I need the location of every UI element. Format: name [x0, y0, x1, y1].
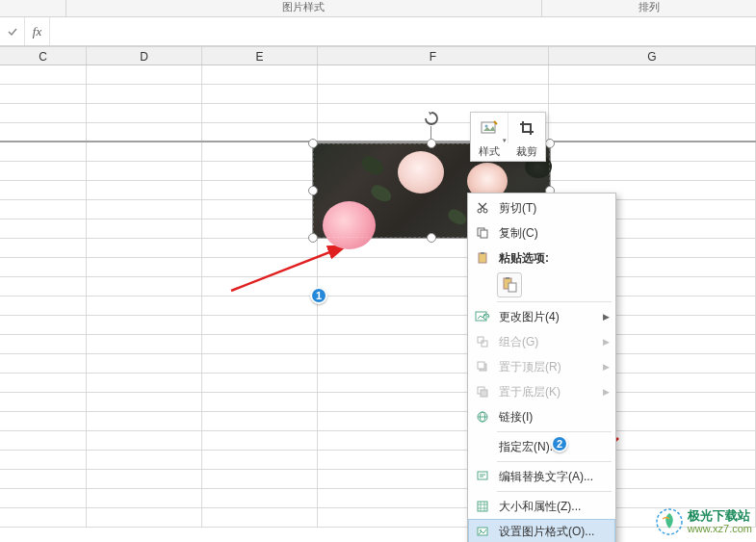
size-properties-icon — [472, 497, 493, 516]
group-icon — [472, 332, 493, 351]
picture-content — [398, 151, 444, 194]
crop-button[interactable] — [508, 113, 545, 143]
crop-label: 裁剪 — [508, 143, 546, 161]
resize-handle[interactable] — [308, 139, 318, 148]
annotation-badge-2: 2 — [551, 435, 568, 452]
watermark-logo-icon — [655, 507, 684, 536]
picture-content — [323, 201, 376, 249]
col-header-g[interactable]: G — [549, 47, 756, 65]
resize-handle[interactable] — [427, 233, 436, 243]
link-icon — [472, 407, 493, 426]
paste-option-button[interactable] — [497, 272, 522, 297]
submenu-arrow-icon: ▶ — [603, 337, 610, 347]
resize-handle[interactable] — [545, 139, 555, 148]
spreadsheet-grid[interactable] — [0, 65, 756, 542]
menu-format-picture[interactable]: 设置图片格式(O)... — [468, 519, 615, 542]
submenu-arrow-icon: ▶ — [603, 312, 610, 322]
menu-link[interactable]: 链接(I) — [468, 404, 615, 429]
svg-rect-13 — [482, 341, 487, 347]
col-header-d[interactable]: D — [87, 47, 202, 65]
submenu-arrow-icon: ▶ — [603, 362, 610, 372]
rotate-connector — [430, 126, 431, 139]
svg-point-2 — [478, 209, 482, 213]
ribbon-section-picture-styles: 图片样式 — [67, 0, 539, 14]
formula-input[interactable] — [50, 17, 756, 45]
menu-cut[interactable]: 剪切(T) — [468, 195, 615, 220]
style-button[interactable]: ▾ — [471, 113, 508, 143]
formula-confirm-button[interactable] — [0, 17, 25, 45]
resize-handle[interactable] — [308, 186, 318, 195]
copy-icon — [472, 223, 493, 243]
col-header-c[interactable]: C — [0, 47, 87, 65]
picture-content — [369, 183, 394, 204]
menu-change-picture[interactable]: 更改图片(4) ▶ — [468, 304, 615, 329]
style-label: 样式 — [471, 143, 508, 161]
svg-rect-7 — [481, 252, 484, 254]
column-headers: C D E F G — [0, 46, 756, 65]
resize-handle[interactable] — [308, 233, 318, 243]
send-back-icon — [472, 382, 493, 401]
svg-rect-12 — [478, 337, 483, 343]
context-menu: 剪切(T) 复制(C) 粘贴选项: 更改图片(4) ▶ 组合(G) ▶ 置于顶层… — [467, 193, 616, 542]
menu-edit-alt-text[interactable]: 编辑替换文字(A)... — [468, 464, 615, 489]
submenu-arrow-icon: ▶ — [603, 387, 610, 397]
annotation-badge-1: 1 — [310, 287, 327, 304]
menu-paste-options-header: 粘贴选项: — [468, 245, 615, 271]
ribbon-section-arrange: 排列 — [541, 0, 756, 14]
scissors-icon — [472, 198, 493, 218]
format-picture-icon — [472, 522, 493, 541]
paste-options-row — [468, 271, 615, 299]
bring-front-icon — [472, 357, 493, 376]
svg-rect-20 — [478, 472, 487, 479]
svg-rect-6 — [479, 253, 486, 263]
change-picture-icon — [472, 307, 493, 326]
resize-handle[interactable] — [427, 139, 436, 148]
svg-rect-15 — [478, 362, 484, 369]
menu-group: 组合(G) ▶ — [468, 329, 615, 354]
col-header-f[interactable]: F — [318, 47, 549, 65]
menu-copy[interactable]: 复制(C) — [468, 220, 615, 245]
svg-rect-10 — [508, 283, 516, 292]
menu-assign-macro[interactable]: 指定宏(N)... — [468, 434, 615, 459]
fx-button[interactable]: fx — [25, 17, 50, 45]
menu-bring-front: 置于顶层(R) ▶ — [468, 354, 615, 379]
rotate-handle-icon[interactable] — [423, 110, 440, 127]
watermark-url: www.xz7.com — [688, 523, 752, 535]
svg-rect-9 — [506, 277, 509, 279]
col-header-e[interactable]: E — [202, 47, 318, 65]
alt-text-icon — [472, 467, 493, 486]
menu-send-back: 置于底层(K) ▶ — [468, 379, 615, 404]
svg-rect-21 — [478, 502, 487, 511]
clipboard-icon — [472, 248, 493, 268]
svg-rect-17 — [481, 390, 487, 397]
watermark-title: 极光下载站 — [688, 508, 752, 524]
menu-size-properties[interactable]: 大小和属性(Z)... — [468, 494, 615, 519]
mini-toolbar: ▾ 样式 裁剪 — [470, 112, 546, 162]
picture-content — [359, 154, 387, 178]
svg-point-3 — [483, 209, 487, 213]
svg-rect-5 — [481, 230, 487, 238]
picture-content — [446, 207, 469, 226]
formula-bar: fx — [0, 17, 756, 46]
ribbon-fragment: 图片样式 排列 — [0, 0, 756, 17]
watermark: 极光下载站 www.xz7.com — [655, 507, 752, 536]
